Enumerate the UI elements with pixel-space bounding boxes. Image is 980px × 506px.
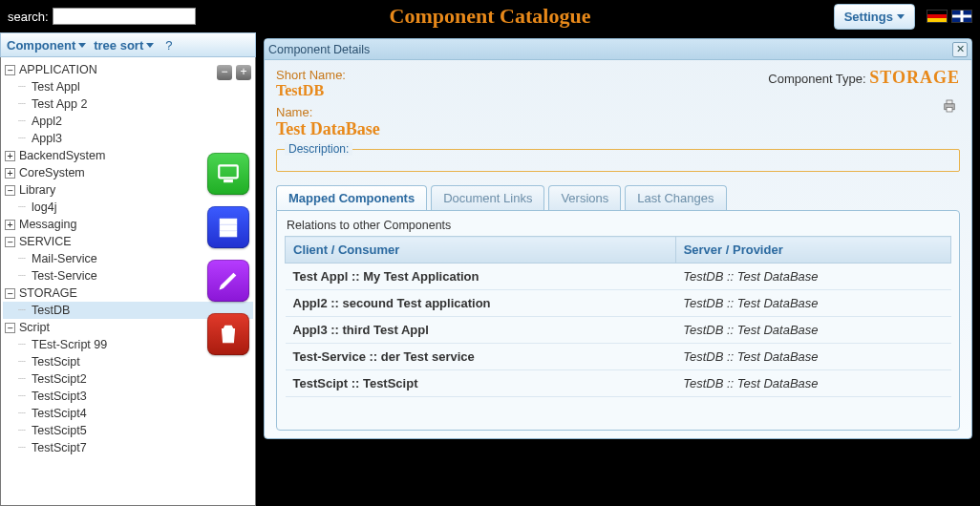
cell-server: TestDB :: Test DataBase xyxy=(675,344,950,370)
side-action-icons xyxy=(207,153,249,355)
tab[interactable]: Last Changes xyxy=(625,185,726,210)
short-name-label: Short Name: xyxy=(276,68,768,82)
search-input[interactable] xyxy=(53,8,196,25)
relations-title: Relations to other Components xyxy=(287,219,951,232)
tree-item[interactable]: TestScipt xyxy=(3,353,253,370)
component-type-label: Component Type: xyxy=(768,72,865,86)
app-title: Component Catalogue xyxy=(390,4,591,29)
description-box: Description: xyxy=(276,149,960,172)
menu-tree-sort[interactable]: tree sort xyxy=(94,38,154,53)
cell-server: TestDB :: Test DataBase xyxy=(675,264,950,290)
table-row[interactable]: TestScipt :: TestSciptTestDB :: Test Dat… xyxy=(286,370,951,397)
monitor-icon[interactable] xyxy=(207,153,249,195)
cell-client: Appl2 :: secound Test application xyxy=(286,290,676,317)
minus-icon[interactable]: − xyxy=(5,65,15,75)
tree-group-label: SERVICE xyxy=(19,235,72,248)
tab[interactable]: Versions xyxy=(548,185,621,210)
tree-group[interactable]: −APPLICATION xyxy=(3,61,253,78)
svg-rect-1 xyxy=(224,180,233,182)
minus-icon[interactable]: − xyxy=(5,288,15,299)
chevron-down-icon xyxy=(897,14,905,19)
cell-client: Test Appl :: My Test Application xyxy=(286,264,676,290)
chevron-down-icon xyxy=(78,43,86,48)
plus-icon[interactable]: + xyxy=(5,220,15,230)
tree-item[interactable]: Appl3 xyxy=(3,130,253,147)
collapse-all-button[interactable]: − xyxy=(217,65,232,80)
svg-rect-3 xyxy=(220,225,236,230)
flag-de-icon[interactable] xyxy=(927,10,948,23)
trash-icon[interactable] xyxy=(207,313,249,355)
minus-icon[interactable]: − xyxy=(5,323,15,333)
tree-group-label: STORAGE xyxy=(19,286,77,300)
tree-item[interactable]: TestScipt2 xyxy=(3,370,253,388)
description-label: Description: xyxy=(285,142,352,156)
panel-title: Component Details xyxy=(268,43,370,56)
settings-label: Settings xyxy=(844,10,893,24)
tree-item[interactable]: TestScipt3 xyxy=(3,388,253,405)
settings-button[interactable]: Settings xyxy=(834,4,915,30)
cell-client: Appl3 :: third Test Appl xyxy=(286,317,676,344)
table-row[interactable]: Appl3 :: third Test ApplTestDB :: Test D… xyxy=(286,317,951,344)
minus-icon[interactable]: − xyxy=(5,185,15,196)
close-icon[interactable]: ✕ xyxy=(952,42,968,57)
relations-table: Client / Consumer Server / Provider Test… xyxy=(285,236,951,397)
svg-rect-7 xyxy=(947,108,952,113)
chevron-down-icon xyxy=(146,43,154,48)
menu-component[interactable]: Component xyxy=(7,38,86,53)
plus-icon[interactable]: + xyxy=(5,168,15,179)
tree-group-label: Messaging xyxy=(19,218,76,231)
cell-server: TestDB :: Test DataBase xyxy=(675,317,950,344)
minus-icon[interactable]: − xyxy=(5,237,15,247)
tree-item[interactable]: TestScipt4 xyxy=(3,405,253,422)
tree-group-label: Script xyxy=(19,321,50,334)
svg-rect-4 xyxy=(220,231,236,236)
col-client[interactable]: Client / Consumer xyxy=(286,237,676,264)
tree-item[interactable]: TestScipt7 xyxy=(3,439,253,456)
tree-item[interactable]: TestScipt5 xyxy=(3,422,253,439)
details-panel: Component Details ✕ Short Name: TestDB N… xyxy=(264,38,972,439)
tree-item[interactable]: Appl2 xyxy=(3,113,253,130)
svg-rect-0 xyxy=(219,165,238,178)
cell-client: Test-Service :: der Test service xyxy=(286,344,676,370)
svg-rect-2 xyxy=(220,219,236,223)
top-bar: search: Component Catalogue Settings xyxy=(0,0,980,32)
table-row[interactable]: Test Appl :: My Test ApplicationTestDB :… xyxy=(286,264,951,290)
flag-uk-icon[interactable] xyxy=(951,10,972,23)
expand-all-button[interactable]: + xyxy=(236,65,251,80)
tree-toolbar: Component tree sort ? xyxy=(0,32,256,57)
tab-bar: Mapped ComponentsDocument LinksVersionsL… xyxy=(276,185,960,210)
component-type-value: STORAGE xyxy=(869,68,960,87)
svg-rect-6 xyxy=(947,100,952,104)
help-button[interactable]: ? xyxy=(165,38,172,53)
cell-server: TestDB :: Test DataBase xyxy=(675,290,950,317)
name-label: Name: xyxy=(276,105,768,119)
print-icon[interactable] xyxy=(939,97,960,115)
plus-icon[interactable]: + xyxy=(5,151,15,161)
cell-server: TestDB :: Test DataBase xyxy=(675,370,950,397)
search-label: search: xyxy=(8,10,49,24)
tree-group-label: Library xyxy=(19,183,55,197)
tab-pane: Relations to other Components Client / C… xyxy=(276,210,960,431)
table-row[interactable]: Appl2 :: secound Test applicationTestDB … xyxy=(286,290,951,317)
tree-group-label: CoreSystem xyxy=(19,166,85,179)
language-flags xyxy=(927,10,972,23)
tree-group-label: BackendSystem xyxy=(19,149,105,162)
short-name-value: TestDB xyxy=(276,82,768,99)
tree-group-label: APPLICATION xyxy=(19,63,97,76)
edit-icon[interactable] xyxy=(207,260,249,302)
tree-item[interactable]: Test App 2 xyxy=(3,95,253,113)
storage-icon[interactable] xyxy=(207,206,249,248)
cell-client: TestScipt :: TestScipt xyxy=(286,370,676,397)
col-server[interactable]: Server / Provider xyxy=(675,237,950,264)
tree-item[interactable]: Test Appl xyxy=(3,78,253,95)
search-wrap: search: xyxy=(8,8,196,25)
name-value: Test DataBase xyxy=(276,119,768,139)
tree-panel: −APPLICATIONTest ApplTest App 2Appl2Appl… xyxy=(0,57,256,506)
table-row[interactable]: Test-Service :: der Test serviceTestDB :… xyxy=(286,344,951,370)
tab[interactable]: Mapped Components xyxy=(276,185,427,210)
tab[interactable]: Document Links xyxy=(431,185,544,210)
